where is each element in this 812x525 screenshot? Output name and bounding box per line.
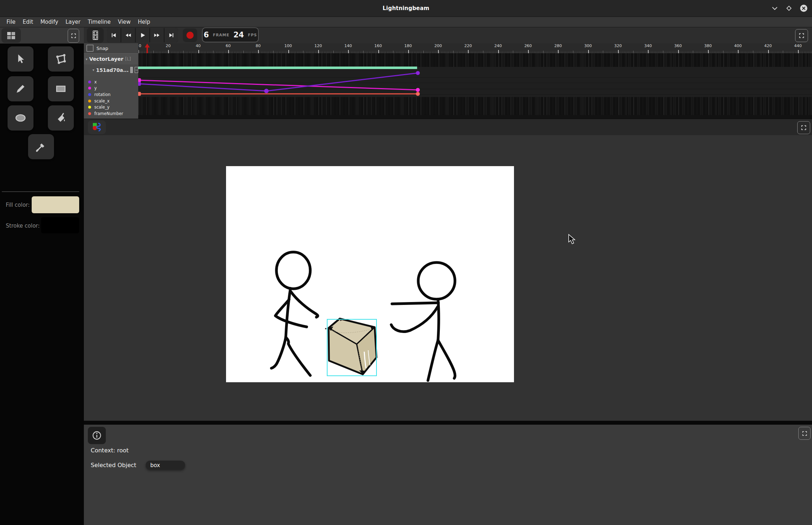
ruler-label: 200 [434, 44, 442, 48]
selected-object-dropdown[interactable]: box [146, 461, 185, 470]
property-list: xyrotationscale_xscale_yframeNumber [84, 76, 138, 117]
property-color-dot [88, 87, 91, 90]
property-label: scale_x [94, 99, 109, 104]
window-title: Lightningbeam [0, 0, 812, 17]
frame-number: 6 [204, 31, 209, 39]
timeline-expand-button[interactable] [795, 29, 808, 42]
keyframe-x[interactable] [416, 71, 420, 75]
ruler-tick [798, 50, 799, 53]
playhead[interactable] [144, 44, 150, 53]
eyedropper-tool-button[interactable] [28, 134, 54, 159]
ruler-mid-tick [153, 51, 154, 53]
close-icon[interactable] [799, 4, 808, 13]
expand-icon [71, 33, 76, 38]
property-color-dot [88, 100, 91, 102]
menu-view[interactable]: View [114, 17, 134, 27]
ruler-tick [708, 50, 709, 53]
keyframe-x[interactable] [264, 89, 269, 93]
canvas-header [84, 119, 812, 135]
layer-suffix: [L] [125, 56, 131, 61]
play-button[interactable] [136, 28, 149, 42]
curve-y[interactable] [139, 80, 418, 90]
shapes-logo-icon [92, 122, 102, 132]
timeline-tracks[interactable] [138, 53, 812, 119]
keyframe-frameNumber[interactable] [416, 92, 420, 96]
ruler-label: 420 [764, 44, 772, 48]
frame-fps-display: 6 FRAME 24 FPS [202, 27, 259, 42]
frame-caption: FRAME [213, 33, 229, 37]
canvas-expand-button[interactable] [797, 121, 810, 134]
timeline-ruler[interactable]: 0204060801001201401601802002202402602803… [138, 43, 812, 53]
ruler-label: 80 [256, 44, 261, 48]
ruler-tick [288, 50, 289, 53]
selected-object-label: Selected Object [91, 462, 136, 469]
property-color-dot [88, 93, 91, 96]
object-curve-button[interactable]: ~ [135, 67, 138, 73]
snap-checkbox[interactable] [86, 45, 94, 52]
ellipse-tool-button[interactable] [8, 105, 33, 131]
menu-file[interactable]: File [3, 17, 19, 27]
rectangle-tool-button[interactable] [48, 76, 74, 101]
info-button[interactable] [88, 427, 106, 444]
tools-expand-button[interactable] [68, 29, 79, 43]
stick-figure-left[interactable] [271, 252, 318, 375]
snap-row[interactable]: Snap [84, 43, 138, 53]
tools-divider [2, 191, 79, 192]
ruler-tick [468, 50, 469, 53]
keyframe-x[interactable] [138, 82, 141, 86]
property-row-scale_x[interactable]: scale_x [84, 98, 138, 104]
ruler-tick [228, 50, 229, 53]
ruler-label: 100 [284, 44, 292, 48]
record-button[interactable] [183, 28, 197, 42]
fill-color-swatch[interactable] [32, 196, 79, 213]
ruler-label: 180 [404, 44, 412, 48]
ruler-mid-tick [243, 51, 244, 53]
ruler-mid-tick [303, 51, 303, 53]
tools-panel: Fill color: Stroke color: [0, 27, 84, 525]
stage[interactable] [226, 166, 514, 382]
menu-modify[interactable]: Modify [37, 17, 62, 27]
property-row-y[interactable]: y [84, 85, 138, 92]
pencil-tool-button[interactable] [8, 76, 33, 101]
skip-to-start-button[interactable] [107, 28, 121, 42]
rewind-button[interactable] [121, 28, 135, 42]
menu-timeline[interactable]: Timeline [84, 17, 114, 27]
stick-figure-right[interactable] [391, 262, 455, 380]
keyframe-y[interactable] [416, 88, 420, 92]
layer-extent-bar[interactable] [138, 67, 417, 69]
keyframe-y[interactable] [138, 78, 141, 82]
property-row-rotation[interactable]: rotation [84, 91, 138, 98]
collapse-triangle-icon[interactable]: ▾ [86, 57, 87, 61]
select-tool-button[interactable] [8, 46, 33, 72]
maximize-icon[interactable] [785, 4, 793, 13]
animation-curves [138, 53, 812, 119]
inspector-expand-button[interactable] [798, 427, 811, 440]
transform-tool-button[interactable] [48, 46, 74, 72]
collapse-triangle-icon[interactable]: ▾ [93, 68, 94, 72]
paint-bucket-tool-button[interactable] [48, 105, 74, 131]
property-row-x[interactable]: x [84, 79, 138, 85]
film-button[interactable] [87, 28, 104, 43]
property-row-frameNumber[interactable]: frameNumber [84, 110, 138, 117]
minimize-icon[interactable] [770, 4, 779, 13]
property-label: scale_y [94, 105, 109, 110]
ruler-mid-tick [573, 51, 573, 53]
stroke-color-swatch[interactable] [41, 217, 79, 233]
box-object[interactable] [325, 319, 376, 376]
panel-grid-button[interactable] [1, 28, 21, 43]
property-row-scale_y[interactable]: scale_y [84, 104, 138, 110]
fast-forward-button[interactable] [150, 28, 164, 42]
object-row[interactable]: ▾ 151ad70a... ~ [84, 64, 138, 76]
layer-name: VectorLayer [89, 56, 123, 62]
ruler-mid-tick [723, 51, 723, 53]
ruler-label: 260 [524, 44, 532, 48]
skip-to-end-button[interactable] [164, 28, 178, 42]
menu-edit[interactable]: Edit [19, 17, 37, 27]
layer-row[interactable]: ▾ VectorLayer [L] [84, 53, 138, 64]
object-visibility-button[interactable] [130, 67, 133, 73]
menu-layer[interactable]: Layer [62, 17, 84, 27]
shapes-button[interactable] [88, 120, 106, 134]
ruler-tick [168, 50, 169, 53]
keyframe-frameNumber[interactable] [138, 92, 141, 96]
menu-help[interactable]: Help [134, 17, 154, 27]
